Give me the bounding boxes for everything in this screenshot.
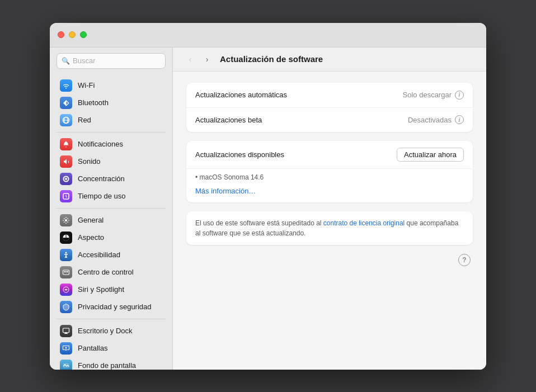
content-area: 🔍 Buscar Wi-Fi: [50, 48, 486, 370]
updates-detail: macOS Sonoma 14.6 Más información…: [186, 169, 473, 202]
sidebar-item-label-notifications: Notificaciones: [78, 140, 123, 148]
svg-rect-13: [64, 333, 68, 334]
sidebar-item-wallpaper[interactable]: Fondo de pantalla: [53, 357, 169, 370]
sidebar-item-label-screentime: Tiempo de uso: [78, 192, 126, 200]
close-button[interactable]: [58, 31, 64, 38]
page-title: Actualización de software: [220, 54, 323, 64]
wifi-icon: [60, 79, 72, 92]
settings-card-auto: Actualizaciones automáticas Solo descarg…: [186, 83, 473, 132]
license-text: El uso de este software está supeditado …: [195, 218, 464, 238]
svg-point-4: [65, 219, 67, 221]
beta-updates-row: Actualizaciones beta Desactivadas i: [186, 107, 473, 132]
auto-updates-value-text: Solo descargar: [403, 91, 452, 99]
svg-point-6: [65, 252, 67, 253]
beta-updates-label: Actualizaciones beta: [195, 116, 262, 124]
control-icon: [60, 266, 72, 278]
macos-version: macOS Sonoma 14.6: [195, 173, 464, 181]
sidebar-list: Wi-Fi ⬖ Bluetooth: [50, 74, 172, 370]
minimize-button[interactable]: [69, 31, 76, 38]
sidebar-item-bluetooth[interactable]: ⬖ Bluetooth: [53, 95, 169, 111]
sidebar-item-general[interactable]: General: [53, 212, 169, 229]
sidebar-item-label-displays: Pantallas: [78, 344, 107, 352]
update-now-button[interactable]: Actualizar ahora: [397, 148, 464, 162]
main-body: Actualizaciones automáticas Solo descarg…: [173, 72, 486, 370]
sidebar-item-appearance[interactable]: Aspecto: [53, 229, 169, 246]
notifications-icon: [60, 138, 72, 150]
displays-icon: [60, 342, 72, 355]
sidebar-item-control[interactable]: Centro de control: [53, 264, 169, 281]
svg-point-15: [65, 347, 67, 348]
license-link[interactable]: contrato de licencia original: [323, 219, 405, 227]
sidebar-item-accessibility[interactable]: Accesibilidad: [53, 247, 169, 263]
sidebar-item-label-control: Centro de control: [78, 268, 134, 276]
desktop-icon: [60, 325, 72, 337]
traffic-lights: [58, 31, 87, 38]
siri-icon: [60, 284, 72, 296]
sidebar-item-label-network: Red: [78, 116, 91, 124]
appearance-icon: [60, 232, 72, 244]
network-icon: [60, 114, 72, 126]
sidebar-item-focus[interactable]: Concentración: [53, 171, 169, 187]
more-info-link[interactable]: Más información…: [195, 187, 256, 195]
wallpaper-icon: [60, 360, 72, 370]
beta-updates-value-text: Desactivadas: [408, 116, 452, 124]
sidebar-section-system: Notificaciones Sonido: [50, 136, 172, 205]
general-icon: [60, 214, 72, 226]
nav-back-button[interactable]: ‹: [184, 53, 196, 65]
sidebar-item-label-appearance: Aspecto: [78, 233, 104, 242]
svg-rect-7: [63, 270, 69, 275]
sidebar-item-privacy[interactable]: Privacidad y seguridad: [53, 299, 169, 315]
nav-forward-button[interactable]: ›: [201, 53, 213, 65]
svg-rect-12: [65, 332, 67, 333]
sidebar-item-label-privacy: Privacidad y seguridad: [78, 303, 152, 311]
sidebar-item-label-accessibility: Accesibilidad: [78, 251, 120, 259]
updates-header-row: Actualizaciones disponibles Actualizar a…: [186, 141, 473, 169]
sidebar-item-displays[interactable]: Pantallas: [53, 340, 169, 357]
sidebar-item-label-bluetooth: Bluetooth: [78, 98, 109, 107]
sidebar-section-network: Wi-Fi ⬖ Bluetooth: [50, 77, 172, 129]
sidebar-item-siri[interactable]: Siri y Spotlight: [53, 281, 169, 298]
svg-rect-11: [63, 328, 69, 333]
help-button[interactable]: ?: [458, 254, 471, 266]
updates-available-label: Actualizaciones disponibles: [195, 150, 284, 159]
sidebar-item-desktop[interactable]: Escritorio y Dock: [53, 323, 169, 339]
license-card: El uso de este software está supeditado …: [186, 211, 473, 245]
bluetooth-icon: ⬖: [60, 97, 72, 109]
license-text-before: El uso de este software está supeditado …: [195, 219, 323, 227]
svg-rect-9: [67, 271, 68, 272]
focus-icon: [60, 173, 72, 185]
auto-updates-info-button[interactable]: i: [455, 91, 464, 100]
sidebar-item-label-sound: Sonido: [78, 157, 100, 166]
main-window: 🔍 Buscar Wi-Fi: [50, 23, 486, 370]
screentime-icon: [60, 190, 72, 202]
sidebar-section-display: Escritorio y Dock Pantallas: [50, 323, 172, 370]
titlebar: [50, 23, 486, 48]
svg-rect-16: [65, 350, 67, 350]
sidebar-item-screentime[interactable]: Tiempo de uso: [53, 188, 169, 205]
updates-available-card: Actualizaciones disponibles Actualizar a…: [186, 141, 473, 202]
main-header: ‹ › Actualización de software: [173, 48, 486, 72]
svg-point-18: [64, 364, 65, 365]
beta-updates-info-button[interactable]: i: [455, 115, 464, 124]
maximize-button[interactable]: [80, 31, 87, 38]
main-content: ‹ › Actualización de software Actualizac…: [173, 48, 486, 370]
sidebar-item-wifi[interactable]: Wi-Fi: [53, 77, 169, 94]
sidebar-item-label-general: General: [78, 216, 104, 224]
help-row: ?: [186, 254, 473, 266]
sidebar-item-label-siri: Siri y Spotlight: [78, 285, 124, 294]
search-bar[interactable]: 🔍 Buscar: [57, 53, 166, 69]
sidebar-item-label-wallpaper: Fondo de pantalla: [78, 361, 136, 370]
search-icon: 🔍: [62, 57, 70, 65]
auto-updates-label: Actualizaciones automáticas: [195, 91, 287, 99]
sidebar-item-notifications[interactable]: Notificaciones: [53, 136, 169, 153]
auto-updates-value: Solo descargar i: [403, 91, 464, 100]
chevron-left-icon: ‹: [189, 55, 192, 64]
sound-icon: [60, 155, 72, 168]
sidebar-divider-2: [57, 208, 166, 209]
chevron-right-icon: ›: [206, 55, 209, 64]
svg-rect-8: [64, 271, 66, 272]
sidebar-item-network[interactable]: Red: [53, 112, 169, 129]
sidebar-section-prefs: General Aspecto: [50, 212, 172, 315]
beta-updates-value: Desactivadas i: [408, 115, 464, 124]
sidebar-item-sound[interactable]: Sonido: [53, 153, 169, 170]
